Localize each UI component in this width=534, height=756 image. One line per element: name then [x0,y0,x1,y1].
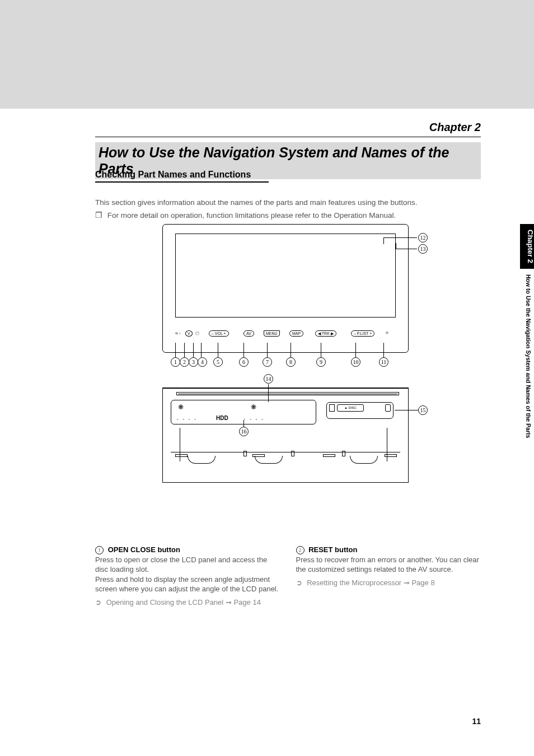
ref-arrow-icon-2: ➲ [296,578,305,588]
btn-2-v: V [185,330,193,337]
bot-curve-3 [350,456,378,464]
col-reset: 2 RESET button Press to recover from an … [296,545,481,607]
intro-line-1: This section gives information about the… [95,198,481,207]
bot-curve-1 [188,456,216,464]
disc-eject-button: ▲ DISC [337,404,364,412]
btn-3: ◯ [195,331,199,335]
btn-10-plist: – P.LIST + [351,330,374,337]
col-open-close: 1 OPEN CLOSE button Press to open or clo… [95,545,280,607]
lead-1 [175,343,176,357]
callout-9: 9 [316,357,326,367]
disc-slot [176,392,399,395]
side-chapter-text: How to Use the Navigation System and Nam… [522,274,532,438]
lead-5 [218,343,218,357]
btn-6-av: AV [243,330,254,337]
col1-heading: OPEN CLOSE button [108,545,180,554]
device-button-row: ⊖ ↕ V ◯ – VOL + AV MENU MAP ◀ TRK ▶ – P.… [174,328,397,343]
num-2-icon: 2 [296,546,305,554]
callout-2: 2 [180,357,189,367]
lead-3 [193,343,194,357]
lead-12v [383,237,384,244]
lead-2 [184,343,185,357]
device-diagram: ⊖ ↕ V ◯ – VOL + AV MENU MAP ◀ TRK ▶ – P.… [143,224,428,483]
hdd-label: HDD [216,415,228,421]
page-number: 11 [472,717,481,726]
col1-p2: Press and hold to display the screen ang… [95,575,280,594]
callout-6: 6 [239,357,249,367]
bot-rect-4 [385,454,397,457]
dots-right: ▫ ▫ ▫ ▫ [244,417,265,421]
num-1-icon: 1 [95,546,104,554]
callout-14: 14 [264,374,273,384]
lead-10 [355,343,356,357]
btn-5-vol: – VOL + [209,330,229,337]
lead-7 [267,343,268,357]
bot-sq-3 [342,451,345,456]
device-front: ⊖ ↕ V ◯ – VOL + AV MENU MAP ◀ TRK ▶ – P.… [162,224,409,353]
col2-ref: ➲ Resetting the Microprocessor ➞ Page 8 [296,578,481,588]
device-screen [175,234,396,318]
side-chapter-tab: Chapter 2 [520,224,534,269]
header-gray-block [0,0,534,109]
bot-rect-3 [323,454,335,457]
callout-15: 15 [418,405,428,415]
disc-side-right [385,404,391,412]
callout-11: 11 [379,357,388,367]
btn-8-map: MAP [289,330,303,337]
callout-10: 10 [351,357,360,367]
btn-11: ⊝ [386,330,388,334]
lead-16 [243,420,244,427]
section-heading: Checking Part Names and Functions [95,169,269,183]
bullet-icon: ❐ [95,211,105,220]
vent-icon-right: ❋ [250,404,257,412]
disc-side-left [329,404,335,412]
disc-eject-panel: ▲ DISC [326,402,394,419]
callout-4: 4 [198,357,207,367]
btn-7-menu: MENU [264,330,280,337]
col1-ref: ➲ Opening and Closing the LCD Panel ➞ Pa… [95,598,280,608]
callout-3: 3 [189,357,198,367]
separator [95,137,481,137]
lead-9 [321,343,321,357]
device-tilted: ❋ ❋ ▫ ▫ ▫ ▫ HDD ▫ ▫ ▫ ▫ ▲ DISC 16 [162,388,409,483]
callout-5: 5 [213,357,223,367]
bot-sq-1 [243,451,247,456]
dots-left: ▫ ▫ ▫ ▫ [177,417,198,421]
callout-13: 13 [418,244,428,254]
col1-p1: Press to open or close the LCD panel and… [95,555,280,575]
bot-rect-1 [175,454,188,457]
lead-13 [396,249,417,249]
col2-p1: Press to recover from an errors or anoth… [296,555,481,575]
callout-7: 7 [263,357,272,367]
col2-heading: RESET button [308,545,357,554]
description-columns: 1 OPEN CLOSE button Press to open or clo… [95,545,481,607]
callout-1: 1 [171,357,180,367]
bot-curve-2 [255,456,283,464]
intro-line-2-text: For more detail on operation, function l… [107,211,396,220]
callout-16: 16 [239,427,249,436]
callout-8: 8 [286,357,296,367]
btn-9-trk: ◀ TRK ▶ [315,330,336,337]
col1-ref-text: Opening and Closing the LCD Panel ➞ Page… [106,598,261,606]
bottom-bar [171,452,400,465]
lead-8 [291,343,291,357]
lead-12 [383,237,417,238]
vent-icon-left: ❋ [177,404,185,412]
callout-12: 12 [418,233,428,242]
lead-4 [201,343,202,357]
lead-11 [383,343,384,357]
ref-arrow-icon: ➲ [95,598,104,608]
chapter-label: Chapter 2 [95,121,481,134]
lead-6 [243,343,244,357]
lead-13v [396,243,396,249]
lead-15 [395,410,418,410]
col2-ref-text: Resetting the Microprocessor ➞ Page 8 [307,578,435,587]
btn-1-open-close: ⊖ ↕ [175,331,181,335]
intro-line-2: ❐ For more detail on operation, function… [95,211,481,220]
bot-sq-2 [291,451,294,456]
